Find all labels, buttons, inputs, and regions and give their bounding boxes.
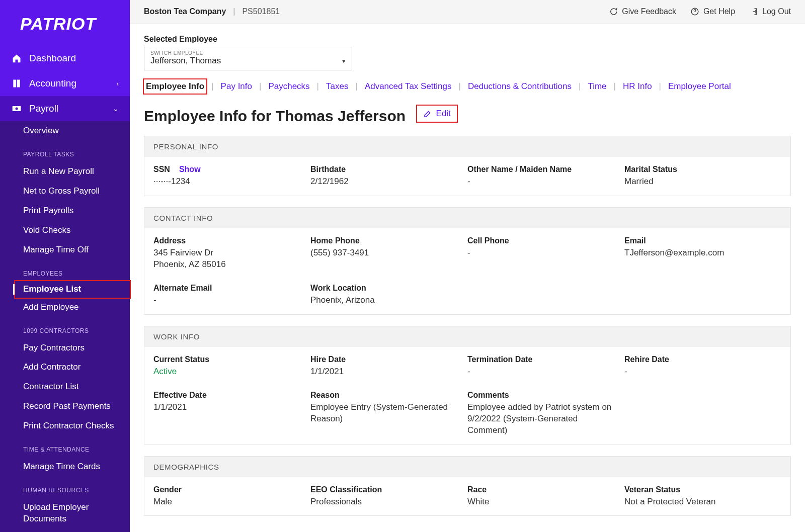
chevron-down-icon: ⌄ xyxy=(113,105,119,113)
sub-head-employees: EMPLOYEES xyxy=(0,260,130,281)
payroll-submenu: Overview PAYROLL TASKS Run a New Payroll… xyxy=(0,121,130,532)
sub-contractor-list[interactable]: Contractor List xyxy=(0,377,130,397)
sub-head-ta: TIME & ATTENDANCE xyxy=(0,436,130,457)
marital-status-label: Marital Status xyxy=(624,165,770,174)
sub-print-payrolls[interactable]: Print Payrolls xyxy=(0,201,130,221)
status-label: Current Status xyxy=(153,355,299,364)
birthdate-label: Birthdate xyxy=(310,165,456,174)
section-heading: PERSONAL INFO xyxy=(144,136,790,157)
nav-accounting-label: Accounting xyxy=(29,78,76,89)
tab-sep: | xyxy=(259,81,261,92)
other-name-value: - xyxy=(467,176,613,188)
birthdate-value: 2/12/1962 xyxy=(310,176,456,188)
nav-dashboard-label: Dashboard xyxy=(29,53,76,64)
section-heading: DEMOGRAPHICS xyxy=(144,457,790,477)
hire-date-label: Hire Date xyxy=(310,355,456,364)
log-out-button[interactable]: Log Out xyxy=(749,7,791,16)
ssn-label: SSN xyxy=(153,165,170,174)
tab-employee-info[interactable]: Employee Info xyxy=(144,79,206,94)
tab-deductions[interactable]: Deductions & Contributions xyxy=(466,79,574,94)
edit-button[interactable]: Edit xyxy=(417,106,457,122)
tab-employee-portal[interactable]: Employee Portal xyxy=(666,79,733,94)
rehire-date-value: - xyxy=(624,366,770,378)
section-contact-info: CONTACT INFO Address 345 Fairview Dr Pho… xyxy=(144,207,791,315)
section-heading: CONTACT INFO xyxy=(144,208,790,228)
feedback-label: Give Feedback xyxy=(622,7,676,16)
rehire-date-label: Rehire Date xyxy=(624,355,770,364)
email-value: TJefferson@example.com xyxy=(624,247,770,259)
svg-point-1 xyxy=(16,108,18,110)
chevron-right-icon: › xyxy=(116,79,119,87)
get-help-button[interactable]: Get Help xyxy=(690,7,735,16)
work-location-value: Phoenix, Arizona xyxy=(310,295,456,306)
give-feedback-button[interactable]: Give Feedback xyxy=(609,7,676,16)
tab-hr-info[interactable]: HR Info xyxy=(621,79,654,94)
cell-phone-value: - xyxy=(467,247,613,259)
email-label: Email xyxy=(624,236,770,245)
help-label: Get Help xyxy=(703,7,735,16)
content: Selected Employee SWITCH EMPLOYEE Jeffer… xyxy=(130,24,805,530)
address-value: 345 Fairview Dr Phoenix, AZ 85016 xyxy=(153,247,299,271)
sub-add-contractor[interactable]: Add Contractor xyxy=(0,358,130,377)
main: Boston Tea Company | PS501851 Give Feedb… xyxy=(130,0,805,532)
home-icon xyxy=(11,53,22,64)
sub-overview[interactable]: Overview xyxy=(0,121,130,141)
logo: PATRIOT xyxy=(0,0,130,46)
tab-pay-info[interactable]: Pay Info xyxy=(219,79,254,94)
nav-payroll-label: Payroll xyxy=(29,103,58,114)
selected-employee-label: Selected Employee xyxy=(144,35,791,44)
section-personal-info: PERSONAL INFO SSN Show ···-··-1234 Birth… xyxy=(144,136,791,196)
sub-manage-timecards[interactable]: Manage Time Cards xyxy=(0,457,130,477)
edit-label: Edit xyxy=(436,109,451,119)
money-icon xyxy=(11,103,22,114)
topbar-divider: | xyxy=(233,7,235,16)
nav-dashboard[interactable]: Dashboard xyxy=(0,46,130,71)
alt-email-value: - xyxy=(153,295,299,306)
comments-label: Comments xyxy=(467,391,770,400)
race-value: White xyxy=(467,496,613,508)
sub-upload-docs[interactable]: Upload Employer Documents xyxy=(0,498,130,529)
topbar-right: Give Feedback Get Help Log Out xyxy=(609,7,791,16)
sub-head-hr: HUMAN RESOURCES xyxy=(0,477,130,498)
tab-advanced-tax[interactable]: Advanced Tax Settings xyxy=(363,79,454,94)
other-name-label: Other Name / Maiden Name xyxy=(467,165,613,174)
nav-accounting[interactable]: Accounting › xyxy=(0,71,130,96)
sub-employee-list[interactable]: Employee List xyxy=(15,281,130,298)
page-title: Employee Info for Thomas Jefferson xyxy=(144,108,406,125)
sub-head-contractors: 1099 CONTRACTORS xyxy=(0,317,130,338)
sub-record-past[interactable]: Record Past Payments xyxy=(0,397,130,416)
race-label: Race xyxy=(467,485,613,494)
sub-add-employee[interactable]: Add Employee xyxy=(0,298,130,317)
tab-sep: | xyxy=(579,81,581,92)
ssn-value: ···-··-1234 xyxy=(153,176,299,188)
nav-top: Dashboard Accounting › xyxy=(0,46,130,96)
eeo-value: Professionals xyxy=(310,496,456,508)
work-location-label: Work Location xyxy=(310,284,456,293)
termination-date-value: - xyxy=(467,366,613,378)
nav-payroll[interactable]: Payroll ⌄ xyxy=(0,96,130,121)
logout-icon xyxy=(749,7,758,16)
reason-label: Reason xyxy=(310,391,456,400)
sub-manage-timeoff[interactable]: Manage Time Off xyxy=(0,240,130,260)
effective-date-value: 1/1/2021 xyxy=(153,402,299,413)
alt-email-label: Alternate Email xyxy=(153,284,299,293)
company-code: PS501851 xyxy=(242,7,280,16)
sub-pay-contractors[interactable]: Pay Contractors xyxy=(0,338,130,358)
tab-time[interactable]: Time xyxy=(586,79,608,94)
company-name: Boston Tea Company xyxy=(144,7,226,16)
address-label: Address xyxy=(153,236,299,245)
sub-print-contractor-checks[interactable]: Print Contractor Checks xyxy=(0,416,130,436)
topbar: Boston Tea Company | PS501851 Give Feedb… xyxy=(130,0,805,24)
tab-sep: | xyxy=(355,81,357,92)
tab-taxes[interactable]: Taxes xyxy=(324,79,350,94)
switch-employee-hint: SWITCH EMPLOYEE xyxy=(150,50,346,56)
veteran-status-value: Not a Protected Veteran xyxy=(624,496,770,508)
ssn-show-link[interactable]: Show xyxy=(179,165,201,174)
sub-void-checks[interactable]: Void Checks xyxy=(0,221,130,240)
sub-net-gross[interactable]: Net to Gross Payroll xyxy=(0,182,130,201)
marital-status-value: Married xyxy=(624,176,770,188)
tab-sep: | xyxy=(211,81,213,92)
sub-run-payroll[interactable]: Run a New Payroll xyxy=(0,162,130,182)
tab-paychecks[interactable]: Paychecks xyxy=(266,79,311,94)
employee-select[interactable]: SWITCH EMPLOYEE Jefferson, Thomas xyxy=(144,47,352,70)
